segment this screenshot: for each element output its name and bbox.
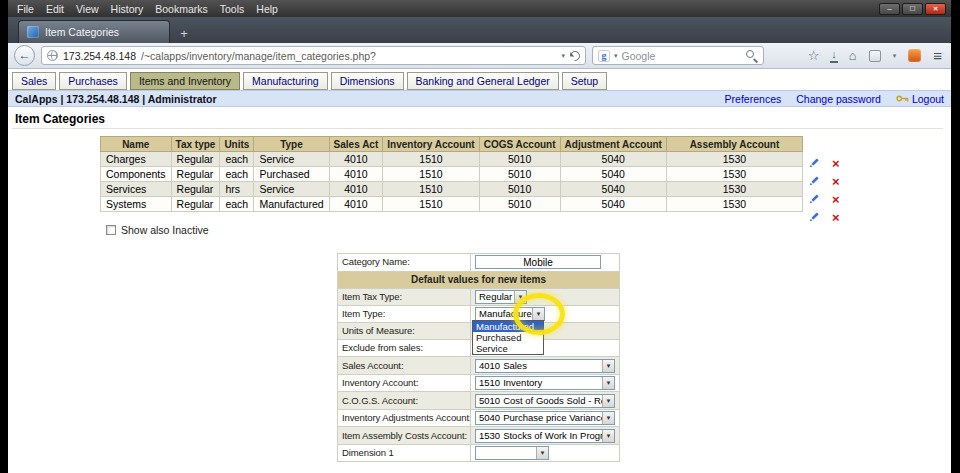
menu-edit[interactable]: Edit: [40, 0, 70, 17]
header-adjustment-account: Adjustment Account: [560, 137, 666, 152]
inventory-account-select[interactable]: 1510 Inventory ▼: [475, 376, 615, 390]
menu-file[interactable]: File: [11, 0, 40, 17]
tab-dimensions[interactable]: Dimensions: [331, 72, 404, 90]
assembly-account-select[interactable]: 1530 Stocks of Work In Progress ▼: [475, 429, 615, 443]
back-button[interactable]: ←: [14, 45, 35, 66]
item-tax-type-select[interactable]: Regular ▼: [475, 290, 527, 304]
dropdown-option-purchased[interactable]: Purchased: [473, 332, 543, 343]
title-divider: [12, 128, 943, 129]
site-identity-globe-icon[interactable]: [47, 50, 58, 61]
item-tax-type-label: Item Tax Type:: [338, 288, 471, 305]
form-row-assembly-account: Item Assembly Costs Account: 1530 Stocks…: [338, 427, 620, 444]
dimension1-select[interactable]: ▼: [475, 446, 549, 460]
addon-icon[interactable]: [908, 49, 921, 62]
table-header-row: Name Tax type Units Type Sales Act Inven…: [101, 137, 803, 152]
menu-hamburger-icon[interactable]: ≡: [933, 48, 942, 63]
tab-manufacturing[interactable]: Manufacturing: [243, 72, 328, 90]
session-identity: CalApps | 173.254.48.148 | Administrator: [15, 93, 217, 105]
table-row: Systems Regular each Manufactured 4010 1…: [101, 197, 803, 212]
dropdown-arrow-icon: ▼: [602, 395, 614, 407]
edit-pencil-icon[interactable]: [808, 157, 820, 169]
category-name-input[interactable]: [475, 255, 601, 269]
delete-x-icon[interactable]: ×: [832, 175, 840, 188]
menu-view[interactable]: View: [70, 0, 105, 17]
delete-x-icon[interactable]: ×: [832, 157, 840, 170]
header-type: Type: [254, 137, 329, 152]
edit-pencil-icon[interactable]: [808, 175, 820, 187]
tab-title: Item Categories: [45, 26, 119, 38]
url-host: 173.254.48.148: [63, 50, 136, 62]
cell-adjustment-account: 5040: [560, 182, 666, 197]
search-engine-icon[interactable]: g: [598, 50, 610, 62]
menu-tools[interactable]: Tools: [214, 0, 251, 17]
exclude-from-sales-label: Exclude from sales:: [338, 340, 471, 357]
search-engine-dropdown-icon[interactable]: ▾: [614, 52, 618, 60]
tab-purchases[interactable]: Purchases: [59, 72, 127, 90]
search-placeholder: Google: [622, 50, 656, 62]
menu-history[interactable]: History: [105, 0, 150, 17]
menu-bookmarks[interactable]: Bookmarks: [149, 0, 214, 17]
dropdown-arrow-icon: ▼: [514, 291, 526, 303]
bookmarks-menu-icon[interactable]: [869, 50, 881, 62]
tab-items-and-inventory[interactable]: Items and Inventory: [130, 72, 240, 90]
tab-sales[interactable]: Sales: [12, 72, 56, 90]
edit-pencil-icon[interactable]: [808, 211, 820, 223]
dropdown-option-manufactured[interactable]: Manufactured: [473, 321, 543, 332]
header-inventory-account: Inventory Account: [383, 137, 479, 152]
delete-x-icon[interactable]: ×: [832, 211, 840, 224]
cell-type: Manufactured: [254, 197, 329, 212]
browser-tab-item-categories[interactable]: Item Categories: [18, 20, 170, 43]
url-bar[interactable]: 173.254.48.148/~calapps/inventory/manage…: [41, 46, 586, 65]
cell-adjustment-account: 5040: [560, 167, 666, 182]
dropdown-arrow-icon: ▼: [602, 377, 614, 389]
table-row: Charges Regular each Service 4010 1510 5…: [101, 152, 803, 167]
header-tax-type: Tax type: [171, 137, 220, 152]
reload-icon[interactable]: [568, 48, 582, 62]
toolbar-dropdown-icon[interactable]: ▾: [893, 52, 897, 60]
edit-pencil-icon[interactable]: [808, 193, 820, 205]
cell-assembly-account: 1530: [666, 167, 802, 182]
show-inactive-row: Show also Inactive: [106, 224, 209, 236]
search-icon[interactable]: [745, 49, 758, 62]
form-row-inventory-account: Inventory Account: 1510 Inventory ▼: [338, 374, 620, 391]
cell-cogs-account: 5010: [479, 197, 560, 212]
header-units: Units: [220, 137, 254, 152]
tab-setup[interactable]: Setup: [562, 72, 607, 90]
subheader-bar: CalApps | 173.254.48.148 | Administrator…: [8, 90, 951, 107]
cogs-account-select[interactable]: 5010 Cost of Goods Sold - Retail ▼: [475, 394, 615, 408]
adjustments-account-select[interactable]: 5040 Purchase price Variance ▼: [475, 411, 615, 425]
new-tab-button[interactable]: +: [171, 23, 197, 43]
form-row-sales-account: Sales Account: 4010 Sales ▼: [338, 357, 620, 374]
change-password-link[interactable]: Change password: [796, 93, 881, 105]
close-button[interactable]: ×: [925, 3, 946, 15]
tab-bar: Item Categories +: [8, 17, 951, 43]
cell-type: Service: [254, 152, 329, 167]
bookmark-star-icon[interactable]: ☆: [808, 48, 820, 63]
menu-help[interactable]: Help: [250, 0, 284, 17]
maximize-button[interactable]: □: [902, 3, 923, 15]
cell-units: hrs: [220, 182, 254, 197]
sales-account-select[interactable]: 4010 Sales ▼: [475, 359, 615, 373]
downloads-icon[interactable]: ↓: [831, 49, 837, 63]
logout-link[interactable]: Logout: [912, 93, 944, 105]
navigation-toolbar: ← 173.254.48.148/~calapps/inventory/mana…: [8, 43, 951, 69]
dropdown-option-service[interactable]: Service: [473, 343, 543, 354]
table-row: Services Regular hrs Service 4010 1510 5…: [101, 182, 803, 197]
delete-x-icon[interactable]: ×: [832, 193, 840, 206]
cell-units: each: [220, 197, 254, 212]
cell-units: each: [220, 167, 254, 182]
inventory-account-label: Inventory Account:: [338, 374, 471, 391]
row-actions: ×: [808, 190, 840, 208]
preferences-link[interactable]: Preferences: [725, 93, 782, 105]
minimize-button[interactable]: –: [879, 3, 900, 15]
tab-banking-general-ledger[interactable]: Banking and General Ledger: [407, 72, 559, 90]
cell-tax-type: Regular: [171, 152, 220, 167]
home-icon[interactable]: ⌂: [849, 48, 857, 63]
cell-sales-act: 4010: [329, 152, 383, 167]
cell-name: Services: [101, 182, 172, 197]
row-actions: ×: [808, 172, 840, 190]
show-inactive-checkbox[interactable]: [106, 225, 116, 235]
page-title: Item Categories: [15, 112, 105, 126]
module-tabs: Sales Purchases Items and Inventory Manu…: [12, 72, 607, 90]
search-box[interactable]: g ▾ Google: [592, 46, 764, 65]
